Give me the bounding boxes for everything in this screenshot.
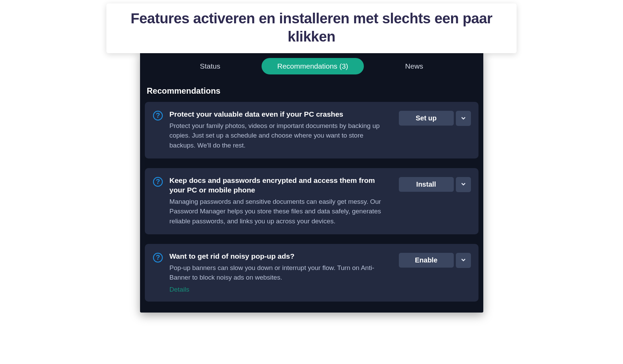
help-icon[interactable]: ? (152, 110, 163, 121)
card-title: Protect your valuable data even if your … (170, 109, 387, 119)
details-link[interactable]: Details (170, 286, 387, 293)
card-description: Protect your family photos, videos or im… (170, 121, 387, 150)
card-actions: Set up (399, 111, 471, 150)
tabs-bar: Status Recommendations (3) News (140, 51, 483, 79)
dropdown-button[interactable] (456, 111, 471, 126)
svg-text:?: ? (155, 178, 160, 185)
card-actions: Install (399, 177, 471, 226)
card-description: Pop-up banners can slow you down or inte… (170, 263, 387, 282)
help-icon[interactable]: ? (152, 252, 163, 263)
chevron-down-icon (461, 115, 466, 122)
recommendation-card: ? Protect your valuable data even if you… (145, 102, 478, 158)
banner-title: Features activeren en installeren met sl… (120, 10, 503, 46)
section-title: Recommendations (140, 79, 483, 102)
card-actions: Enable (399, 253, 471, 294)
card-body: Want to get rid of noisy pop-up ads? Pop… (170, 251, 393, 294)
card-title: Keep docs and passwords encrypted and ac… (170, 176, 387, 195)
page-banner: Features activeren en installeren met sl… (106, 3, 517, 53)
chevron-down-icon (461, 257, 466, 263)
chevron-down-icon (461, 181, 466, 188)
recommendation-card: ? Want to get rid of noisy pop-up ads? P… (145, 244, 478, 302)
recommendation-card: ? Keep docs and passwords encrypted and … (145, 168, 478, 234)
card-body: Protect your valuable data even if your … (170, 109, 393, 150)
setup-button[interactable]: Set up (399, 111, 454, 126)
tab-news[interactable]: News (405, 58, 423, 74)
svg-text:?: ? (155, 111, 160, 119)
enable-button[interactable]: Enable (399, 253, 454, 268)
dropdown-button[interactable] (456, 253, 471, 268)
card-description: Managing passwords and sensitive documen… (170, 197, 387, 226)
recommendations-list: ? Protect your valuable data even if you… (140, 102, 483, 302)
tab-status[interactable]: Status (200, 58, 220, 74)
install-button[interactable]: Install (399, 177, 454, 192)
app-window: Status Recommendations (3) News Recommen… (140, 51, 483, 313)
card-title: Want to get rid of noisy pop-up ads? (170, 251, 387, 261)
help-icon[interactable]: ? (152, 176, 163, 187)
tab-recommendations[interactable]: Recommendations (3) (262, 58, 364, 74)
svg-text:?: ? (155, 254, 160, 261)
card-body: Keep docs and passwords encrypted and ac… (170, 176, 393, 226)
dropdown-button[interactable] (456, 177, 471, 192)
